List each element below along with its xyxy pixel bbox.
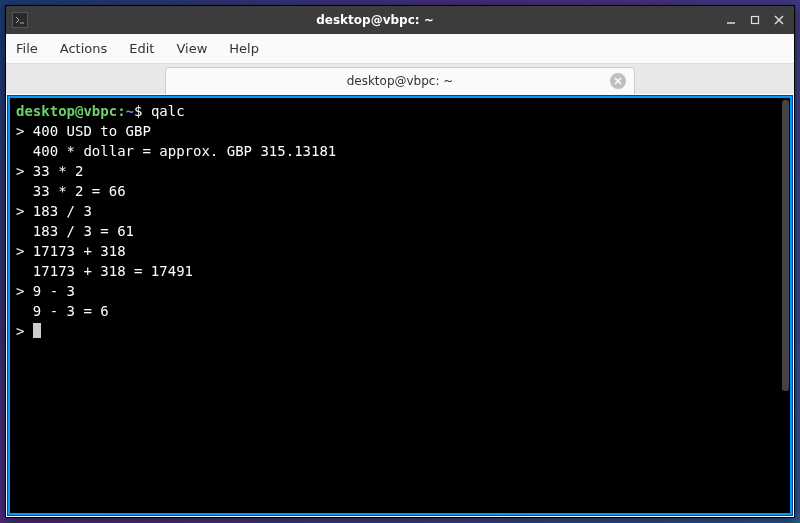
terminal-line: 17173 + 318 = 17491: [16, 261, 784, 281]
terminal-window: desktop@vbpc: ~ File Actions Edit View H…: [5, 5, 795, 518]
terminal-line: > 33 * 2: [16, 161, 784, 181]
terminal-line: 9 - 3 = 6: [16, 301, 784, 321]
qalc-prompt: >: [16, 323, 33, 339]
prompt-dollar: $: [134, 103, 151, 119]
menubar: File Actions Edit View Help: [6, 34, 794, 64]
window-title: desktop@vbpc: ~: [34, 13, 716, 27]
menu-help[interactable]: Help: [229, 41, 259, 56]
maximize-button[interactable]: [746, 11, 764, 29]
prompt-path: ~: [126, 103, 134, 119]
tab-active[interactable]: desktop@vbpc: ~: [165, 67, 635, 94]
scrollbar-thumb[interactable]: [782, 100, 789, 391]
tab-label: desktop@vbpc: ~: [347, 74, 454, 88]
tab-close-icon[interactable]: [610, 73, 626, 89]
terminal-line: > 9 - 3: [16, 281, 784, 301]
close-button[interactable]: [770, 11, 788, 29]
terminal-line: >: [16, 321, 784, 341]
menu-actions[interactable]: Actions: [60, 41, 108, 56]
tabbar: desktop@vbpc: ~: [6, 64, 794, 94]
terminal-container: desktop@vbpc:~$ qalc > 400 USD to GBP 40…: [6, 94, 794, 517]
terminal-line: 33 * 2 = 66: [16, 181, 784, 201]
terminal[interactable]: desktop@vbpc:~$ qalc > 400 USD to GBP 40…: [8, 96, 792, 515]
terminal-line: > 183 / 3: [16, 201, 784, 221]
titlebar[interactable]: desktop@vbpc: ~: [6, 6, 794, 34]
menu-view[interactable]: View: [176, 41, 207, 56]
terminal-line: 183 / 3 = 61: [16, 221, 784, 241]
terminal-line: > 400 USD to GBP: [16, 121, 784, 141]
scrollbar[interactable]: [780, 98, 790, 513]
prompt-user-host: desktop@vbpc: [16, 103, 117, 119]
menu-edit[interactable]: Edit: [129, 41, 154, 56]
prompt-line: desktop@vbpc:~$ qalc: [16, 101, 784, 121]
minimize-button[interactable]: [722, 11, 740, 29]
menu-file[interactable]: File: [16, 41, 38, 56]
cursor-icon: [33, 323, 41, 338]
app-icon: [12, 12, 28, 28]
prompt-command: qalc: [151, 103, 185, 119]
terminal-line: 400 * dollar = approx. GBP 315.13181: [16, 141, 784, 161]
terminal-line: > 17173 + 318: [16, 241, 784, 261]
prompt-colon: :: [117, 103, 125, 119]
svg-rect-3: [752, 17, 759, 24]
